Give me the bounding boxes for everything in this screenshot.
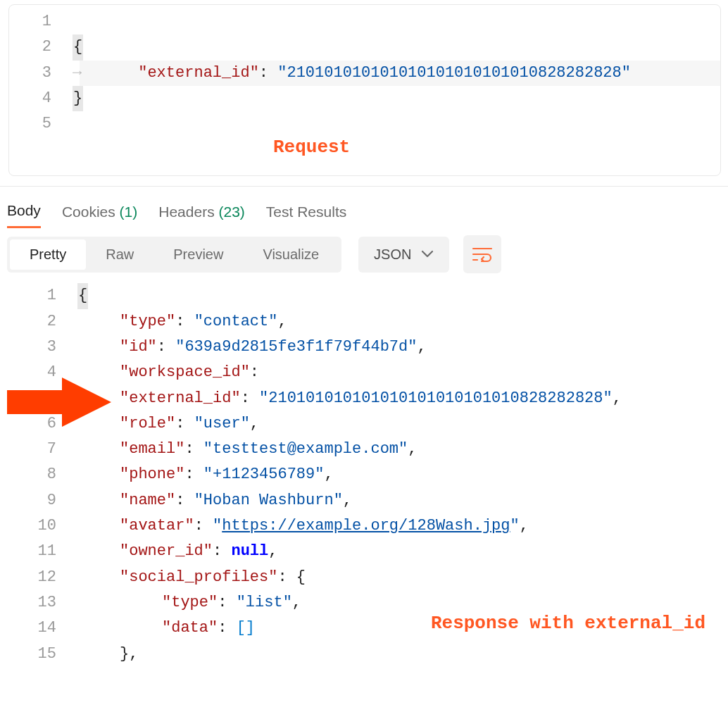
line-number: 12	[7, 565, 77, 590]
format-select[interactable]: JSON	[358, 237, 449, 273]
response-body-viewer[interactable]: 1{ 2"type": "contact", 3"id": "639a9d281…	[7, 280, 721, 666]
tab-headers-label: Headers	[158, 204, 214, 220]
line-number: 11	[7, 539, 77, 564]
tab-cookies-label: Cookies	[62, 204, 115, 220]
json-value: "list"	[237, 594, 292, 611]
view-visualize-button[interactable]: Visualize	[243, 239, 339, 270]
line-number: 1	[9, 9, 73, 35]
tab-test-results[interactable]: Test Results	[266, 201, 346, 227]
json-value: "Hoban Washburn"	[194, 492, 343, 509]
view-preview-button[interactable]: Preview	[153, 239, 243, 270]
line-number: 4	[9, 86, 73, 111]
wrap-icon	[472, 246, 493, 263]
line-number: 3	[9, 61, 73, 86]
json-value: "user"	[194, 415, 250, 432]
response-section: Body Cookies (1) Headers (23) Test Resul…	[0, 186, 728, 666]
close-brace: }	[73, 86, 83, 111]
json-key: "owner_id"	[120, 542, 213, 560]
open-brace: {	[296, 568, 306, 586]
json-key: "role"	[120, 415, 175, 432]
json-key: "avatar"	[120, 517, 194, 535]
open-brace: {	[77, 283, 88, 308]
request-body-editor[interactable]: 1 2 { 3 → "external_id": "21010101010101…	[8, 4, 721, 176]
highlight-arrow-icon	[7, 377, 111, 427]
headers-count: (23)	[219, 204, 245, 220]
cookies-count: (1)	[120, 204, 138, 220]
json-value: "contact"	[194, 313, 278, 330]
json-link-value[interactable]: https://example.org/128Wash.jpg	[222, 517, 510, 535]
chevron-down-icon	[421, 250, 434, 258]
view-raw-button[interactable]: Raw	[86, 239, 153, 270]
request-annotation-label: Request	[273, 132, 350, 163]
json-key: "id"	[120, 338, 157, 356]
line-number: 8	[7, 462, 77, 487]
json-null: null	[231, 542, 268, 560]
json-value: "210101010101010101010101010828282828"	[277, 64, 631, 82]
json-key: "workspace_id"	[120, 363, 250, 381]
line-number: 10	[7, 513, 77, 539]
json-value: "210101010101010101010101010828282828"	[259, 389, 613, 407]
tab-body[interactable]: Body	[7, 199, 41, 228]
json-key: "type"	[162, 594, 218, 611]
line-number: 14	[7, 616, 77, 641]
line-number: 1	[7, 283, 77, 308]
json-brackets: []	[237, 619, 255, 637]
view-mode-segment: Pretty Raw Preview Visualize	[7, 237, 341, 273]
json-value: "639a9d2815fe3f1f79f44b7d"	[175, 338, 417, 356]
svg-marker-0	[7, 377, 111, 427]
json-key: "external_id"	[138, 64, 259, 82]
json-value: "testtest@example.com"	[203, 440, 408, 458]
json-key: "social_profiles"	[120, 568, 277, 586]
line-number: 13	[7, 590, 77, 616]
line-number: 3	[7, 335, 77, 360]
json-key: "name"	[120, 492, 175, 509]
line-number: 7	[7, 437, 77, 462]
line-number: 15	[7, 642, 77, 667]
tab-headers[interactable]: Headers (23)	[158, 201, 245, 227]
json-key: "data"	[162, 619, 218, 637]
line-number: 5	[9, 111, 73, 137]
wrap-lines-button[interactable]	[463, 235, 501, 273]
json-key: "email"	[120, 440, 184, 458]
json-key: "type"	[120, 313, 175, 330]
tab-cookies[interactable]: Cookies (1)	[62, 201, 137, 227]
line-number: 2	[7, 309, 77, 335]
json-value: "+1123456789"	[203, 466, 325, 483]
view-pretty-button[interactable]: Pretty	[10, 239, 86, 270]
format-select-label: JSON	[374, 246, 411, 263]
close-brace: }	[120, 645, 129, 663]
json-key: "phone"	[120, 466, 184, 483]
response-toolbar: Pretty Raw Preview Visualize JSON	[0, 235, 728, 273]
open-brace: {	[73, 35, 83, 60]
line-number: 9	[7, 488, 77, 513]
response-annotation-label: Response with external_id	[431, 608, 705, 639]
line-number: 2	[9, 35, 73, 60]
json-key: "external_id"	[120, 389, 241, 407]
response-tabs: Body Cookies (1) Headers (23) Test Resul…	[0, 195, 728, 235]
